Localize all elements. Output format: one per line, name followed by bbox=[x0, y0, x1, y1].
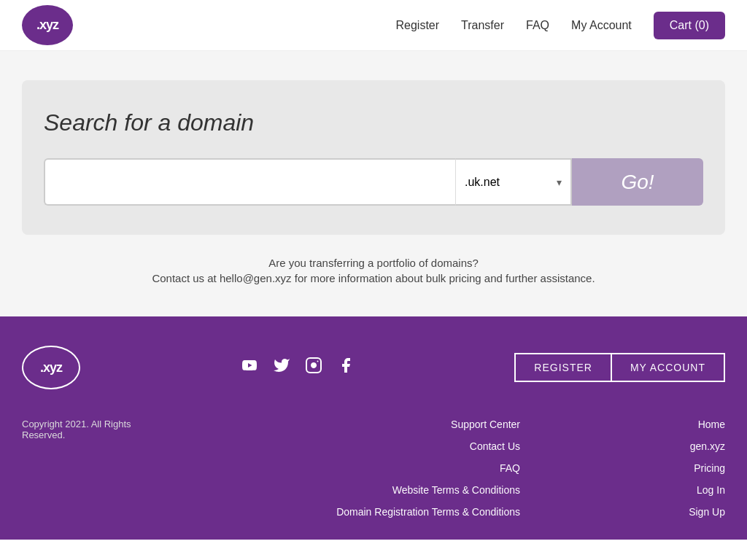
transfer-info: Are you transferring a portfolio of doma… bbox=[22, 257, 725, 284]
footer-top: .xyz REGISTER MY ACCOUNT bbox=[22, 346, 725, 389]
footer-link-home[interactable]: Home bbox=[698, 419, 725, 430]
footer-link-login[interactable]: Log In bbox=[697, 484, 725, 496]
search-title: Search for a domain bbox=[44, 109, 703, 136]
header-logo: .xyz bbox=[22, 5, 73, 45]
youtube-icon[interactable] bbox=[241, 357, 258, 378]
nav-my-account[interactable]: My Account bbox=[571, 19, 632, 32]
footer-link-pricing[interactable]: Pricing bbox=[694, 462, 725, 474]
footer-link-faq[interactable]: FAQ bbox=[500, 462, 520, 474]
domain-search-input[interactable] bbox=[44, 158, 455, 206]
social-icons bbox=[241, 357, 355, 378]
site-footer: .xyz REGISTER MY ACCOUNT Copyright 2021.… bbox=[0, 316, 747, 540]
nav-transfer[interactable]: Transfer bbox=[461, 19, 504, 32]
cart-button[interactable]: Cart (0) bbox=[654, 12, 725, 39]
footer-link-contact[interactable]: Contact Us bbox=[470, 440, 520, 452]
twitter-icon[interactable] bbox=[273, 357, 290, 378]
footer-bottom: Copyright 2021. All Rights Reserved. Sup… bbox=[22, 419, 725, 518]
nav-faq[interactable]: FAQ bbox=[526, 19, 549, 32]
tld-select[interactable]: .uk.net.xyz.com.net.org.co.uk bbox=[465, 176, 562, 188]
footer-link-signup[interactable]: Sign Up bbox=[689, 506, 725, 518]
transfer-line2: Contact us at hello@gen.xyz for more inf… bbox=[22, 272, 725, 284]
footer-logo: .xyz bbox=[22, 346, 80, 389]
main-content: Search for a domain .uk.net.xyz.com.net.… bbox=[0, 51, 747, 316]
footer-register-button[interactable]: REGISTER bbox=[514, 353, 611, 382]
footer-link-domain-terms[interactable]: Domain Registration Terms & Conditions bbox=[336, 506, 520, 518]
footer-link-support[interactable]: Support Center bbox=[451, 419, 520, 430]
search-row: .uk.net.xyz.com.net.org.co.uk ▾ Go! bbox=[44, 158, 703, 206]
instagram-icon[interactable] bbox=[305, 357, 322, 378]
facebook-icon[interactable] bbox=[337, 357, 355, 378]
footer-auth-buttons: REGISTER MY ACCOUNT bbox=[514, 353, 725, 382]
copyright-text: Copyright 2021. All Rights Reserved. bbox=[22, 419, 168, 440]
transfer-line1: Are you transferring a portfolio of doma… bbox=[22, 257, 725, 269]
footer-link-website-terms[interactable]: Website Terms & Conditions bbox=[392, 484, 520, 496]
main-nav: Register Transfer FAQ My Account Cart (0… bbox=[395, 12, 725, 39]
footer-links-col2: Home gen.xyz Pricing Log In Sign Up bbox=[689, 419, 725, 518]
site-header: .xyz Register Transfer FAQ My Account Ca… bbox=[0, 0, 747, 51]
footer-my-account-button[interactable]: MY ACCOUNT bbox=[611, 353, 725, 382]
search-section: Search for a domain .uk.net.xyz.com.net.… bbox=[22, 80, 725, 235]
go-button[interactable]: Go! bbox=[572, 158, 703, 206]
footer-link-genxyz[interactable]: gen.xyz bbox=[690, 440, 725, 452]
nav-register[interactable]: Register bbox=[395, 19, 439, 32]
tld-selector-wrapper: .uk.net.xyz.com.net.org.co.uk ▾ bbox=[455, 158, 572, 206]
footer-links-col1: Support Center Contact Us FAQ Website Te… bbox=[336, 419, 520, 518]
